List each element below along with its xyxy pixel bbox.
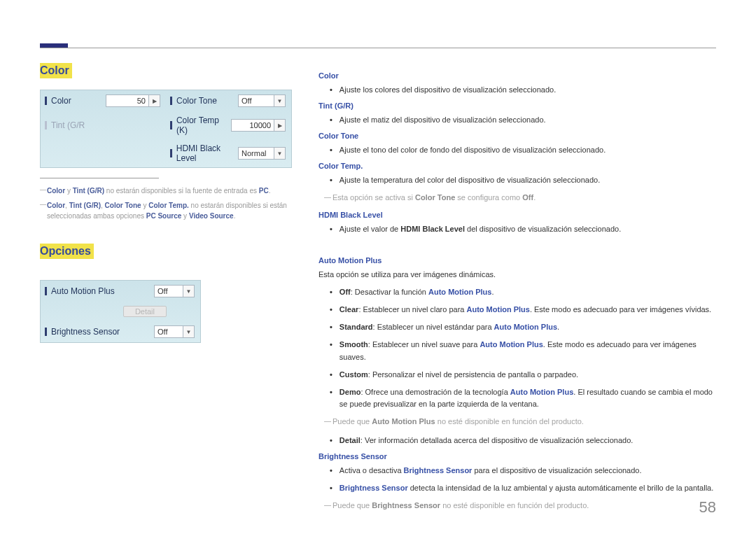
- fn-kw: Tint (G/R): [69, 202, 101, 209]
- head-tint: Tint (G/R): [318, 101, 716, 110]
- head-bs: Brightness Sensor: [318, 452, 716, 461]
- note-temp: Esta opción se activa si Color Tone se c…: [324, 192, 716, 204]
- footnote-2: Color, Tint (G/R), Color Tone y Color Te…: [40, 200, 292, 221]
- fn-kw: PC: [259, 187, 269, 195]
- bullet: Activa o desactiva Brightness Sensor par…: [330, 465, 716, 477]
- tint-label: Tint (G/R: [45, 120, 85, 130]
- chevron-down-icon[interactable]: ▼: [183, 285, 195, 297]
- bullet: Off: Desactivar la función Auto Motion P…: [330, 286, 716, 298]
- hdmi-row: HDMI Black Level Normal ▼: [166, 139, 291, 167]
- temp-row: Color Temp (K) 10000 ▶: [166, 111, 291, 139]
- opciones-panel: Auto Motion Plus Off ▼ Detail Brightness…: [40, 280, 201, 343]
- amp-label-text: Auto Motion Plus: [51, 286, 115, 296]
- bullet: Custom: Personalizar el nivel de persist…: [330, 369, 716, 381]
- color-label-text: Color: [51, 96, 71, 106]
- hdmi-label: HDMI Black Level: [170, 143, 238, 163]
- fn-kw: Tint (G/R): [73, 187, 104, 195]
- fn-kw: Color: [47, 187, 65, 195]
- chevron-down-icon[interactable]: ▼: [183, 325, 195, 338]
- bullet: Ajuste la temperatura del color del disp…: [330, 174, 716, 186]
- left-column: Color Color 50 ▶ Color Tone Off ▼ Tint (…: [40, 63, 292, 350]
- triangle-right-icon[interactable]: ▶: [274, 119, 286, 132]
- tone-row: Color Tone Off ▼: [166, 90, 291, 111]
- bullet: Ajuste el tono del color de fondo del di…: [330, 144, 716, 156]
- tone-value[interactable]: Off: [238, 94, 274, 107]
- bullet: Demo: Ofrece una demostración de la tecn…: [330, 386, 716, 410]
- head-tone: Color Tone: [318, 132, 716, 140]
- bullet: Ajuste los colores del dispositivo de vi…: [330, 84, 716, 96]
- color-label: Color: [45, 96, 71, 106]
- section-title-color: Color: [40, 63, 72, 78]
- head-temp: Color Temp.: [318, 162, 716, 170]
- amp-row: Auto Motion Plus Off ▼: [41, 281, 200, 302]
- fn-kw: PC Source: [146, 212, 182, 220]
- note-bs: Puede que Brightness Sensor no esté disp…: [324, 500, 716, 512]
- footnote-separator: [40, 178, 159, 178]
- fn-kw: Color Temp.: [148, 202, 189, 209]
- triangle-right-icon[interactable]: ▶: [149, 94, 160, 107]
- fn-kw: Video Source: [189, 212, 234, 220]
- page-number: 58: [699, 498, 716, 517]
- chevron-down-icon[interactable]: ▼: [274, 147, 286, 160]
- header-rule: [40, 48, 716, 48]
- tint-row: Tint (G/R: [41, 111, 166, 139]
- tint-label-text: Tint (G/R: [51, 120, 85, 130]
- footnote-1: Color y Tint (G/R) no estarán disponible…: [40, 185, 292, 196]
- color-value[interactable]: 50: [106, 94, 149, 107]
- bs-label-text: Brightness Sensor: [51, 327, 120, 337]
- fn-kw: Color Tone: [105, 202, 141, 209]
- color-row: Color 50 ▶: [41, 90, 166, 111]
- bullet: Detail: Ver información detallada acerca…: [330, 435, 716, 447]
- amp-label: Auto Motion Plus: [45, 286, 115, 296]
- detail-row: Detail: [41, 302, 200, 321]
- bullet: Smooth: Establecer un nivel suave para A…: [330, 339, 716, 363]
- bullet: Clear: Establecer un nivel claro para Au…: [330, 304, 716, 316]
- chevron-down-icon[interactable]: ▼: [274, 94, 286, 107]
- bullet: Ajuste el valor de HDMI Black Level del …: [330, 223, 716, 235]
- hdmi-value[interactable]: Normal: [238, 147, 274, 160]
- bs-label: Brightness Sensor: [45, 327, 120, 337]
- right-column: Color Ajuste los colores del dispositivo…: [318, 69, 716, 519]
- tone-label-text: Color Tone: [176, 96, 217, 106]
- bullet: Brightness Sensor detecta la intensidad …: [330, 482, 716, 494]
- fn-kw: Color: [47, 202, 65, 209]
- section-title-opciones: Opciones: [40, 244, 94, 259]
- bullet: Ajuste el matiz del dispositivo de visua…: [330, 114, 716, 126]
- detail-button[interactable]: Detail: [123, 306, 167, 317]
- bullet: Standard: Establecer un nivel estándar p…: [330, 321, 716, 333]
- bs-row: Brightness Sensor Off ▼: [41, 321, 200, 342]
- temp-label-text: Color Temp (K): [176, 115, 231, 135]
- head-amp: Auto Motion Plus: [318, 256, 716, 265]
- tone-label: Color Tone: [170, 96, 217, 106]
- temp-label: Color Temp (K): [170, 115, 231, 135]
- amp-value[interactable]: Off: [154, 285, 183, 297]
- bs-value[interactable]: Off: [154, 325, 183, 338]
- temp-value[interactable]: 10000: [231, 119, 274, 132]
- amp-intro: Esta opción se utiliza para ver imágenes…: [318, 269, 716, 281]
- hdmi-label-text: HDMI Black Level: [176, 143, 238, 163]
- head-color: Color: [318, 71, 716, 80]
- color-panel: Color 50 ▶ Color Tone Off ▼ Tint (G/R C: [40, 90, 292, 168]
- head-hdmi: HDMI Black Level: [318, 211, 716, 219]
- note-amp: Puede que Auto Motion Plus no esté dispo…: [324, 416, 716, 428]
